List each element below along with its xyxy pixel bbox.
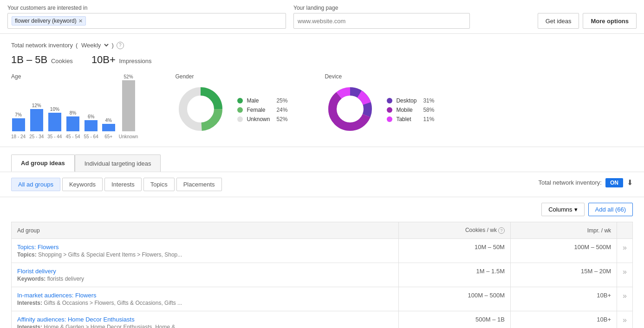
- legend-label: Male: [247, 97, 259, 104]
- age-bar-group: 7% 18 - 24: [11, 112, 26, 139]
- legend-pct: 52%: [273, 116, 287, 122]
- sub-tabs-row: All ad groupsKeywordsInterestsTopicsPlac…: [11, 172, 538, 197]
- row-title[interactable]: Florist delivery: [17, 268, 393, 275]
- row-sub: Topics: Shopping > Gifts & Special Event…: [17, 251, 393, 258]
- age-label: 55 - 64: [84, 134, 98, 139]
- legend-label: Female: [247, 107, 265, 113]
- sub-tab-keywords[interactable]: Keywords: [62, 178, 103, 191]
- landing-input-wrap[interactable]: [293, 13, 470, 29]
- sub-tab-topics[interactable]: Topics: [143, 178, 175, 191]
- legend-dot: [387, 116, 392, 122]
- device-legend-item: Tablet 11%: [387, 116, 434, 122]
- legend-pct: 24%: [273, 107, 287, 113]
- summary-title: Total network inventory ( Weekly Monthly…: [11, 41, 633, 49]
- row-title[interactable]: In-market audiences: Flowers: [17, 292, 393, 299]
- age-bar-group: 52% Unknown: [119, 74, 138, 139]
- columns-label: Columns: [548, 206, 572, 213]
- get-ideas-button[interactable]: Get ideas: [538, 13, 579, 29]
- customers-field: Your customers are interested in flower …: [7, 5, 286, 29]
- age-bar: [66, 116, 79, 131]
- keyword-tag-text: flower delivery (keyword): [15, 18, 77, 24]
- age-bar-pct: 8%: [70, 110, 76, 116]
- age-bar-pct: 10%: [50, 107, 59, 112]
- download-icon[interactable]: ⬇: [627, 178, 633, 187]
- summary-help-icon[interactable]: ?: [117, 42, 124, 49]
- legend-label: Desktop: [396, 97, 416, 104]
- age-bar: [30, 109, 43, 131]
- table-cell-ad-group: In-market audiences: Flowers Interests: …: [12, 287, 399, 311]
- sub-tab-placements[interactable]: Placements: [176, 178, 222, 191]
- device-title: Device: [325, 73, 342, 80]
- device-donut-svg: [325, 84, 376, 135]
- table-cell-cookies: 100M – 500M: [398, 287, 510, 311]
- landing-field: Your landing page: [293, 5, 470, 29]
- svg-point-3: [189, 97, 213, 121]
- summary-section: Total network inventory ( Weekly Monthly…: [0, 34, 644, 147]
- table-section: Columns ▾ Add all (66) Ad groupCookies /…: [0, 197, 644, 328]
- toggle-on[interactable]: ON: [605, 178, 623, 187]
- legend-dot: [237, 98, 243, 103]
- legend-dot: [387, 107, 392, 113]
- data-table: Ad groupCookies / wk?Impr. / wkTopics: F…: [11, 222, 633, 328]
- table-cell-cookies: 1M – 1.5M: [398, 263, 510, 287]
- col-header-cookies-wk: Cookies / wk?: [398, 222, 510, 239]
- row-title[interactable]: Affinity audiences: Home Decor Enthusias…: [17, 316, 393, 323]
- gender-chart: Gender Male 25% Female 24% Unknown 52%: [175, 73, 287, 135]
- age-bars: 7% 18 - 24 12% 25 - 34 10% 35 - 44 8% 45…: [11, 84, 138, 139]
- row-sub: Interests: Gifts & Occasions > Flowers, …: [17, 300, 393, 306]
- device-legend-item: Mobile 58%: [387, 107, 434, 113]
- table-cell-arrow[interactable]: »: [617, 263, 633, 287]
- row-sub: Keywords: florists delivery: [17, 276, 393, 282]
- legend-dot: [387, 98, 392, 103]
- customers-input-wrap[interactable]: flower delivery (keyword) ✕: [7, 13, 286, 29]
- age-bar-group: 12% 25 - 34: [29, 103, 44, 139]
- legend-label: Mobile: [396, 107, 412, 113]
- table-cell-impr: 100M – 500M: [510, 239, 617, 263]
- columns-button[interactable]: Columns ▾: [541, 203, 584, 216]
- gender-title: Gender: [175, 73, 194, 80]
- table-cell-arrow[interactable]: »: [617, 239, 633, 263]
- table-cell-cookies: 10M – 50M: [398, 239, 510, 263]
- table-cell-arrow[interactable]: »: [617, 287, 633, 311]
- keyword-tag[interactable]: flower delivery (keyword) ✕: [12, 16, 86, 26]
- period-select[interactable]: Weekly Monthly: [79, 41, 110, 49]
- header-bar: Your customers are interested in flower …: [0, 0, 644, 34]
- table-cell-impr: 10B+: [510, 287, 617, 311]
- keyword-tag-close[interactable]: ✕: [78, 18, 83, 24]
- more-options-button[interactable]: More options: [583, 13, 637, 29]
- cookies-help-icon[interactable]: ?: [498, 227, 505, 234]
- network-inventory-label: Total network inventory:: [538, 179, 602, 186]
- age-bar-pct: 52%: [124, 74, 133, 79]
- columns-chevron-icon: ▾: [574, 206, 578, 213]
- device-chart: Device Desktop 31% Mobile 58% Tablet: [325, 73, 434, 135]
- row-title[interactable]: Topics: Flowers: [17, 244, 393, 251]
- table-row: In-market audiences: Flowers Interests: …: [12, 287, 633, 311]
- landing-label: Your landing page: [293, 5, 470, 11]
- row-sub: Interests: Home & Garden > Home Decor En…: [17, 324, 393, 328]
- sub-tab-all-ad-groups[interactable]: All ad groups: [11, 178, 60, 191]
- age-bar: [48, 113, 61, 131]
- table-cell-impr: 15M – 20M: [510, 263, 617, 287]
- header-actions: Get ideas More options: [538, 13, 637, 29]
- tab-ad-group-ideas[interactable]: Ad group ideas: [11, 154, 75, 172]
- device-legend: Desktop 31% Mobile 58% Tablet 11%: [387, 97, 434, 122]
- legend-pct: 58%: [420, 107, 434, 113]
- age-bar-pct: 6%: [88, 114, 94, 119]
- age-bar: [12, 118, 25, 131]
- gender-donut-svg: [175, 84, 226, 135]
- sub-tab-interests[interactable]: Interests: [104, 178, 142, 191]
- legend-label: Tablet: [396, 116, 411, 122]
- device-legend-item: Desktop 31%: [387, 97, 434, 104]
- age-label: 18 - 24: [11, 134, 26, 139]
- col-header-arrow: [617, 222, 633, 239]
- legend-dot: [237, 116, 243, 122]
- summary-title-text: Total network inventory: [11, 42, 73, 49]
- age-bar: [85, 120, 98, 131]
- tab-individual-targeting-ideas[interactable]: Individual targeting ideas: [75, 154, 161, 172]
- age-label: Unknown: [119, 134, 138, 139]
- landing-input[interactable]: [298, 18, 466, 25]
- add-all-button[interactable]: Add all (66): [588, 203, 633, 216]
- age-bar-group: 10% 35 - 44: [47, 107, 62, 139]
- table-cell-arrow[interactable]: »: [617, 311, 633, 328]
- gender-legend: Male 25% Female 24% Unknown 52%: [237, 97, 287, 122]
